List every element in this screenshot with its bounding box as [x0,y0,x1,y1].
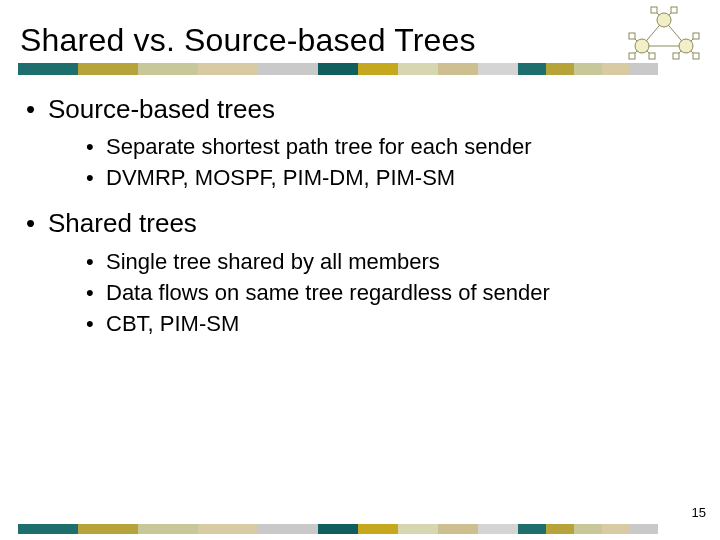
svg-point-18 [679,39,693,53]
svg-rect-14 [649,53,655,59]
network-diagram-icon [618,6,710,66]
bullet-list: Source-based trees Separate shortest pat… [26,92,690,338]
svg-rect-13 [629,53,635,59]
svg-point-11 [635,39,649,53]
sub-bullet: Data flows on same tree regardless of se… [86,278,690,307]
sub-bullet-list: Separate shortest path tree for each sen… [48,132,690,192]
svg-rect-21 [673,53,679,59]
bullet-shared: Shared trees Single tree shared by all m… [26,206,690,337]
slide: Shared vs. Source-based Trees [0,0,720,540]
bullet-source-based: Source-based trees Separate shortest pat… [26,92,690,192]
bullet-label: Source-based trees [48,94,275,124]
sub-bullet: DVMRP, MOSPF, PIM-DM, PIM-SM [86,163,690,192]
content-area: Source-based trees Separate shortest pat… [26,92,690,352]
slide-title: Shared vs. Source-based Trees [20,22,476,59]
footer-stripe [18,524,702,534]
svg-rect-5 [651,7,657,13]
sub-bullet: CBT, PIM-SM [86,309,690,338]
page-number: 15 [692,505,706,520]
svg-point-4 [657,13,671,27]
sub-bullet: Separate shortest path tree for each sen… [86,132,690,161]
svg-rect-6 [671,7,677,13]
svg-rect-12 [629,33,635,39]
title-underline-stripe [18,63,702,75]
svg-rect-19 [693,33,699,39]
sub-bullet-list: Single tree shared by all members Data f… [48,247,690,338]
sub-bullet: Single tree shared by all members [86,247,690,276]
bullet-label: Shared trees [48,208,197,238]
svg-rect-20 [693,53,699,59]
